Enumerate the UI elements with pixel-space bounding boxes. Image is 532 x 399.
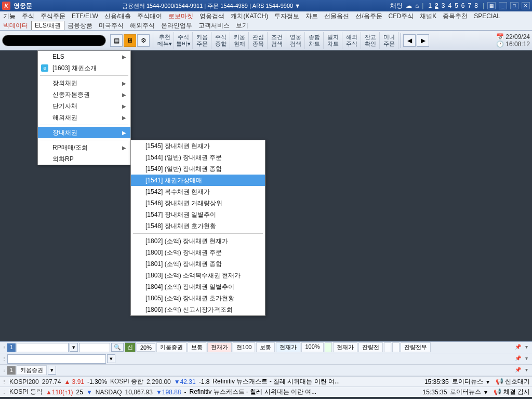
toolbar-btn-조건[interactable]: 조건검색 xyxy=(268,32,286,49)
workspace-num-6[interactable]: 6 xyxy=(460,2,467,9)
menu-종목추천[interactable]: 종목추천 xyxy=(440,12,471,21)
menu-item[interactable]: 외화RP xyxy=(38,153,130,165)
handle-icon[interactable]: ⋮ xyxy=(2,390,6,394)
workspace-num-1[interactable]: 1 xyxy=(427,2,433,9)
handle-icon[interactable]: ⋮ xyxy=(2,379,6,384)
pin-icon[interactable]: 📌 xyxy=(514,355,522,363)
workspace-num-4[interactable]: 4 xyxy=(446,2,453,9)
menu-item[interactable]: RP매매/조회▶ xyxy=(38,142,130,153)
menu-ETF/ELW[interactable]: ETF/ELW xyxy=(69,12,101,20)
menu-영웅검색[interactable]: 영웅검색 xyxy=(196,12,228,21)
toolbar-btn-종합[interactable]: 종합차트 xyxy=(305,32,324,49)
menu-item[interactable]: [1545] 장내채권 현재가 xyxy=(131,140,265,152)
home-icon[interactable]: ⌂ xyxy=(415,2,419,9)
menu-금융상품[interactable]: 금융상품 xyxy=(64,21,96,30)
menu-item[interactable]: 장외채권▶ xyxy=(38,77,130,89)
cloud-icon[interactable]: ☁ xyxy=(406,2,412,9)
menu-CFD주식[interactable]: CFD주식 xyxy=(385,12,417,21)
workspace-num-5[interactable]: 5 xyxy=(453,2,460,9)
chat-link[interactable]: 채팅 xyxy=(390,2,403,10)
ticker-news[interactable]: Refinitiv 뉴스캐스트 - 칠레 시위대는 이란 여... xyxy=(190,388,420,396)
ticker-ext[interactable]: 📢 신호대기 xyxy=(496,377,530,386)
menu-item[interactable]: [1544] (일반) 장내채권 주문 xyxy=(131,152,265,163)
search-input[interactable] xyxy=(2,35,106,46)
expand-icon[interactable]: ▾ xyxy=(523,344,530,351)
menu-item[interactable]: 해외채권▶ xyxy=(38,112,130,123)
dock-sin-button[interactable]: 신 xyxy=(125,342,136,352)
expand-icon[interactable]: ▾ xyxy=(523,355,530,363)
ticker-news[interactable]: Refinitiv 뉴스캐스트 - 칠레 시위대는 이란 여... xyxy=(212,377,421,386)
menu-item[interactable]: 장내채권▶ xyxy=(38,127,130,138)
layout-icon[interactable]: ▦ xyxy=(487,2,496,9)
toolbar-btn-주식[interactable]: 주식종합 xyxy=(211,32,230,49)
menu-주식대여[interactable]: 주식대여 xyxy=(134,12,165,21)
handle-icon[interactable]: ⋮ xyxy=(2,345,6,350)
menu-고객서비스[interactable]: 고객서비스 xyxy=(195,21,233,30)
menu-기능[interactable]: 기능 xyxy=(0,12,19,21)
dock-dropdown-2[interactable]: ▾ xyxy=(107,354,115,363)
menu-item[interactable]: [1548] 장내채권 호가현황 xyxy=(131,220,265,232)
menu-item[interactable]: [1800] (소액) 장내채권 주문 xyxy=(131,247,265,258)
toolbar-btn-미니[interactable]: 미니주문 xyxy=(380,32,398,49)
ticker-dd[interactable]: ▾ xyxy=(486,378,489,385)
ticker-ext[interactable]: 📢 체결 감시 xyxy=(494,388,530,396)
menu-item[interactable]: [1805] (소액) 장내채권 호가현황 xyxy=(131,292,265,304)
menu-item[interactable]: [1547] 장내채권 일별추이 xyxy=(131,209,265,220)
expand-icon[interactable]: ▾ xyxy=(523,367,530,374)
dock-search-icon[interactable]: 🔍 xyxy=(111,343,124,352)
workspace-num-7[interactable]: 7 xyxy=(467,2,473,9)
menu-미국주식[interactable]: 미국주식 xyxy=(96,21,127,30)
menu-로보마켓[interactable]: 로보마켓 xyxy=(165,12,196,21)
maximize-button[interactable]: □ xyxy=(510,2,518,9)
dock-dropdown-3[interactable]: ▾ xyxy=(48,366,56,375)
toolbar-btn-해외[interactable]: 해외주식 xyxy=(342,32,361,49)
workspace-num-2[interactable]: 2 xyxy=(433,2,440,9)
menu-ELS/채권[interactable]: ELS/채권 xyxy=(31,21,64,30)
toolbar-nav-right[interactable]: ▶ xyxy=(417,34,429,47)
toolbar-icon-2[interactable]: 🖥 xyxy=(124,34,136,47)
menu-item[interactable]: [1804] (소액) 장내채권 일별추이 xyxy=(131,281,265,292)
dock-dropdown-1[interactable]: ▾ xyxy=(70,343,78,352)
dock-num[interactable]: 1 xyxy=(7,366,16,375)
dock-num[interactable]: 1 xyxy=(7,343,16,352)
toolbar-btn-키움[interactable]: 키움주문 xyxy=(193,32,211,49)
pin-icon[interactable]: 📌 xyxy=(514,344,522,351)
menu-item[interactable]: [1802] (소액) 장내채권 현재가 xyxy=(131,235,265,247)
menu-보기[interactable]: 보기 xyxy=(233,21,251,30)
pin-icon[interactable]: 📌 xyxy=(514,367,522,374)
toolbar-btn-추천[interactable]: 추천메뉴▾ xyxy=(155,32,174,49)
toolbar-btn-영웅[interactable]: 영웅검색 xyxy=(286,32,305,49)
menu-item[interactable]: e[1603] 채권소개 xyxy=(38,62,130,74)
handle-icon[interactable]: ⋮ xyxy=(2,356,6,361)
toolbar-btn-주식[interactable]: 주식툴바▾ xyxy=(174,32,193,49)
menu-item[interactable]: [1803] (소액) 소액복수채권 현재가 xyxy=(131,270,265,281)
menu-item[interactable]: [1549] (일반) 장내채권 종합 xyxy=(131,163,265,175)
menu-item[interactable]: [1541] 채권가상매매 xyxy=(131,175,265,186)
close-button[interactable]: ✕ xyxy=(522,2,530,9)
menu-item[interactable]: 신종자본증권▶ xyxy=(38,89,130,100)
toolbar-btn-키움[interactable]: 키움현재 xyxy=(230,32,249,49)
menu-온라인업무[interactable]: 온라인업무 xyxy=(158,21,195,30)
toolbar-settings-icon[interactable]: ⚙ xyxy=(137,34,150,47)
menu-차트[interactable]: 차트 xyxy=(302,12,321,21)
menu-캐치(KATCH)[interactable]: 캐치(KATCH) xyxy=(228,12,271,21)
toolbar-btn-일지[interactable]: 일지차트 xyxy=(324,32,342,49)
dock-input-1[interactable] xyxy=(17,343,69,352)
menu-해외주식[interactable]: 해외주식 xyxy=(127,21,158,30)
menu-투자정보[interactable]: 투자정보 xyxy=(271,12,302,21)
workspace-num-8[interactable]: 8 xyxy=(473,2,480,9)
menu-빅데이터[interactable]: 빅데이터 xyxy=(0,21,31,30)
menu-item[interactable]: 단기사채▶ xyxy=(38,100,130,112)
workspace-num-3[interactable]: 3 xyxy=(440,2,447,9)
menu-주식[interactable]: 주식 xyxy=(19,12,37,21)
minimize-button[interactable]: _ xyxy=(499,2,507,9)
dock-input-2[interactable] xyxy=(79,343,110,352)
menu-item[interactable]: [1546] 장내채권 거래량상위 xyxy=(131,197,265,209)
menu-item[interactable]: [1806] (소액) 신고시장가격조회 xyxy=(131,304,265,315)
toolbar-btn-관심[interactable]: 관심종목 xyxy=(249,32,268,49)
menu-신용/대출[interactable]: 신용/대출 xyxy=(101,12,134,21)
menu-선물옵션[interactable]: 선물옵션 xyxy=(321,12,352,21)
handle-icon[interactable]: ⋮ xyxy=(2,368,6,373)
menu-채널K[interactable]: 채널K xyxy=(417,12,440,21)
toolbar-btn-잔고[interactable]: 잔고확인 xyxy=(361,32,380,49)
